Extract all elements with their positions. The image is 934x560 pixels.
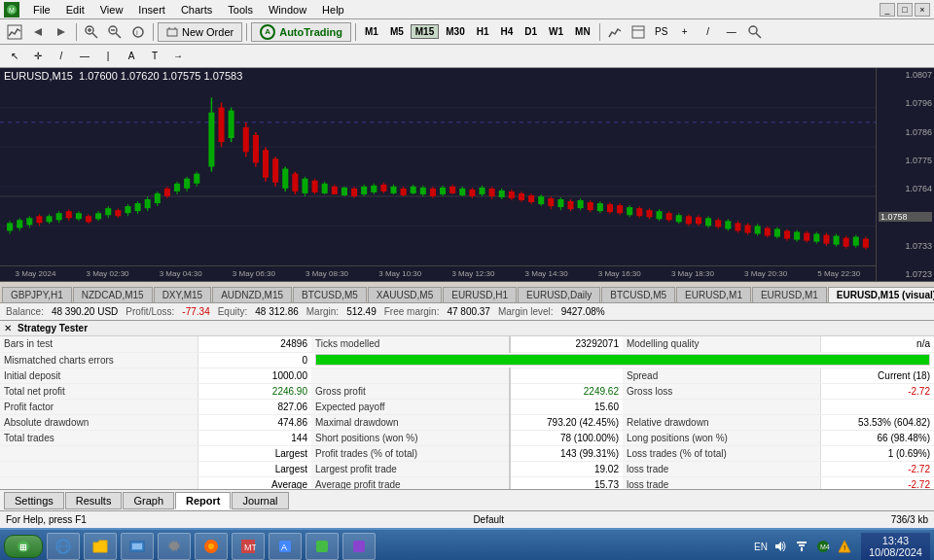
chart-tab-3[interactable]: AUDNZD,M15 xyxy=(212,287,292,302)
chart-tab-5[interactable]: XAUUSD,M5 xyxy=(368,287,442,302)
minimize-button[interactable]: _ xyxy=(880,3,895,17)
taskbar-ie[interactable] xyxy=(47,533,80,560)
menu-tools[interactable]: Tools xyxy=(220,2,261,18)
svg-rect-125 xyxy=(489,189,495,196)
svg-text:i: i xyxy=(136,28,138,37)
report-tab[interactable]: Report xyxy=(175,492,231,509)
hline-button[interactable]: — xyxy=(721,22,742,42)
total-net-profit-label: Total net profit xyxy=(0,383,198,399)
taskbar-browser[interactable] xyxy=(195,533,228,560)
tf-w1[interactable]: W1 xyxy=(544,24,568,39)
table-row: Bars in test 24896 Ticks modelled 232920… xyxy=(0,336,934,352)
tf-h4[interactable]: H4 xyxy=(495,24,518,39)
menu-view[interactable]: View xyxy=(92,2,131,18)
menu-file[interactable]: File xyxy=(25,2,58,18)
tf-m1[interactable]: M1 xyxy=(360,24,383,39)
chart-tab-0[interactable]: GBPJPY,H1 xyxy=(2,287,72,302)
properties-button[interactable]: i xyxy=(127,22,149,42)
chart-tab-8[interactable]: BTCUSD,M5 xyxy=(601,287,675,302)
taskbar-app4[interactable] xyxy=(342,533,376,560)
chart-tab-11[interactable]: EURUSD,M15 (visual) xyxy=(828,287,934,302)
chart-tab-6[interactable]: EURUSD,H1 xyxy=(443,287,517,302)
chart-tab-10[interactable]: EURUSD,M1 xyxy=(752,287,827,302)
margin-value: 512.49 xyxy=(346,306,377,317)
largest-loss-value: -2.72 xyxy=(821,461,934,476)
start-button[interactable]: ⊞ xyxy=(4,535,43,558)
taskbar-explorer[interactable] xyxy=(121,533,154,560)
crosshair-button[interactable]: + xyxy=(674,22,696,42)
menu-charts[interactable]: Charts xyxy=(173,2,220,18)
tf-m30[interactable]: M30 xyxy=(441,24,469,39)
zoom-out-button[interactable] xyxy=(104,22,126,42)
panel-close-icon[interactable]: ✕ xyxy=(4,323,12,333)
svg-text:M4: M4 xyxy=(820,543,830,550)
svg-rect-65 xyxy=(184,179,190,189)
tf-m15[interactable]: M15 xyxy=(411,24,439,39)
chart-canvas[interactable] xyxy=(0,68,876,265)
chart-tab-7[interactable]: EURUSD,Daily xyxy=(518,287,600,302)
new-order-button[interactable]: New Order xyxy=(158,22,242,42)
taskbar-folder[interactable] xyxy=(84,533,117,560)
new-chart-button[interactable] xyxy=(4,22,25,42)
total-trades-value: 144 xyxy=(198,430,311,445)
separator-2 xyxy=(153,23,154,41)
svg-rect-155 xyxy=(636,208,642,216)
arrow-button[interactable]: → xyxy=(167,47,189,66)
cursor-button[interactable]: ↖ xyxy=(4,47,25,66)
crosshair2-button[interactable]: ✛ xyxy=(27,47,49,66)
vline-button[interactable]: | xyxy=(97,47,119,66)
label-button[interactable]: T xyxy=(144,47,165,66)
chart-tab-9[interactable]: EURUSD,M1 xyxy=(676,287,751,302)
chart-header: EURUSD,M15 1.07600 1.07620 1.07575 1.075… xyxy=(4,70,242,82)
trendline-button[interactable]: / xyxy=(51,47,72,66)
text-button[interactable]: A xyxy=(121,47,142,66)
taskbar-settings[interactable] xyxy=(158,533,191,560)
autotrading-button[interactable]: A AutoTrading xyxy=(251,22,351,42)
chart-area[interactable]: EURUSD,M15 1.07600 1.07620 1.07575 1.075… xyxy=(0,68,934,282)
maximize-button[interactable]: □ xyxy=(897,3,913,17)
mt4-tray-icon[interactable]: M4 xyxy=(814,538,832,555)
back-button[interactable] xyxy=(27,22,49,42)
speaker-icon[interactable] xyxy=(772,538,789,555)
svg-rect-49 xyxy=(105,208,111,215)
taskbar-clock[interactable]: 13:43 10/08/2024 xyxy=(861,533,930,560)
chart-tab-1[interactable]: NZDCAD,M15 xyxy=(73,287,153,302)
taskbar-app3[interactable] xyxy=(305,533,339,560)
graph-tab[interactable]: Graph xyxy=(123,492,174,509)
zoom-in-button[interactable] xyxy=(81,22,102,42)
taskbar-app1[interactable]: MT xyxy=(232,533,265,560)
template-button[interactable] xyxy=(628,22,649,42)
alert-icon[interactable]: ! xyxy=(836,538,853,555)
svg-rect-57 xyxy=(145,199,151,208)
hline2-button[interactable]: — xyxy=(74,47,95,66)
menu-help[interactable]: Help xyxy=(314,2,352,18)
results-tab[interactable]: Results xyxy=(65,492,123,509)
app-icon: M xyxy=(4,2,19,18)
journal-tab[interactable]: Journal xyxy=(232,492,288,509)
svg-rect-41 xyxy=(66,211,72,218)
settings-tab[interactable]: Settings xyxy=(4,492,64,509)
chart-tab-4[interactable]: BTCUSD,M5 xyxy=(293,287,367,302)
menu-insert[interactable]: Insert xyxy=(130,2,173,18)
close-button[interactable]: × xyxy=(915,3,930,17)
indicator-button[interactable] xyxy=(604,22,626,42)
taskbar-app2[interactable]: A xyxy=(269,533,302,560)
empty-val-2 xyxy=(821,399,934,414)
svg-rect-59 xyxy=(155,193,161,203)
tf-mn[interactable]: MN xyxy=(570,24,595,39)
period-sep-button[interactable]: PS xyxy=(651,22,672,42)
bottom-status-bar: For Help, press F1 Default 736/3 kb xyxy=(0,510,934,528)
empty-val-3: Largest xyxy=(198,445,311,461)
search-button[interactable] xyxy=(744,22,766,42)
network-icon[interactable] xyxy=(793,538,810,555)
tf-h1[interactable]: H1 xyxy=(472,24,494,39)
menu-window[interactable]: Window xyxy=(261,2,314,18)
tf-m5[interactable]: M5 xyxy=(385,24,409,39)
tf-d1[interactable]: D1 xyxy=(520,24,542,39)
line-button[interactable]: / xyxy=(698,22,719,42)
chart-tab-2[interactable]: DXY,M15 xyxy=(154,287,212,302)
forward-button[interactable] xyxy=(51,22,72,42)
short-positions-label: Short positions (won %) xyxy=(311,430,510,445)
menu-edit[interactable]: Edit xyxy=(58,2,92,18)
table-row: Absolute drawdown 474.86 Maximal drawdow… xyxy=(0,414,934,430)
